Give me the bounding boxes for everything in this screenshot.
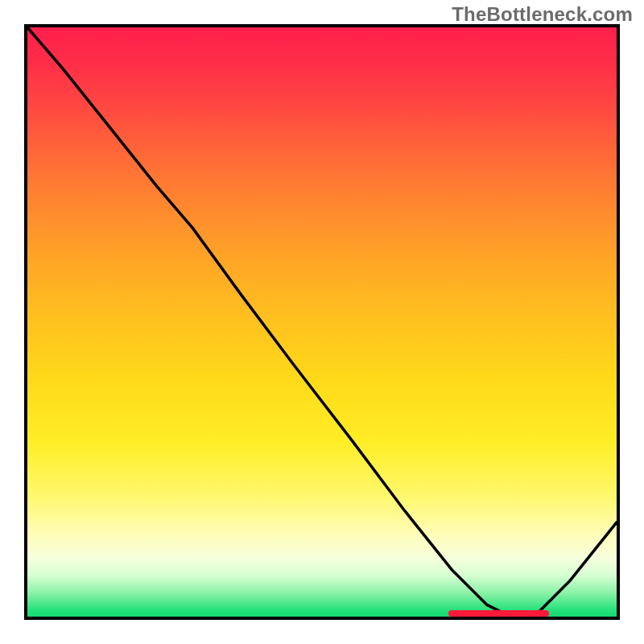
plot-inner xyxy=(27,27,617,617)
plot-frame xyxy=(24,24,620,620)
marker-layer xyxy=(27,27,617,617)
chart-stage: TheBottleneck.com xyxy=(0,0,644,644)
marker-svg xyxy=(27,27,617,617)
watermark-text: TheBottleneck.com xyxy=(452,3,633,26)
